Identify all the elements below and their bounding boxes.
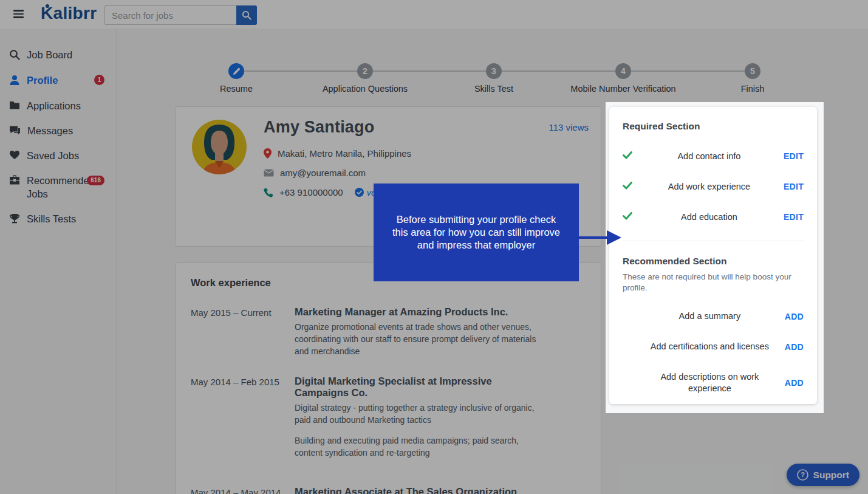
checklist-item-label: Add certifications and licenses bbox=[635, 341, 785, 352]
checklist-item-label: Add descriptions on work experience bbox=[649, 371, 770, 394]
edit-contact-info-link[interactable]: EDIT bbox=[784, 151, 804, 161]
recommended-section-title: Recommended Section bbox=[609, 241, 817, 267]
checklist-row-work-descriptions: Add descriptions on work experience ADD bbox=[609, 371, 817, 394]
coachmark-callout: Before submitting your profile check thi… bbox=[374, 184, 579, 281]
checklist-row-contact-info: Add contact info EDIT bbox=[609, 151, 817, 162]
checklist-row-education: Add education EDIT bbox=[609, 211, 817, 223]
check-icon bbox=[623, 151, 635, 162]
checklist-item-label: Add education bbox=[635, 211, 784, 223]
coachmark-text: Before submitting your profile check thi… bbox=[388, 213, 564, 252]
checklist-item-label: Add work experience bbox=[635, 181, 784, 193]
callout-arrow bbox=[579, 236, 608, 239]
required-section-title: Required Section bbox=[609, 107, 817, 132]
checklist-row-certifications: Add certifications and licenses ADD bbox=[609, 341, 817, 352]
check-icon bbox=[623, 181, 635, 192]
checklist-item-label: Add contact info bbox=[635, 151, 784, 162]
check-icon bbox=[623, 211, 635, 222]
spotlight-region: Required Section Add contact info EDIT A… bbox=[606, 102, 824, 413]
edit-education-link[interactable]: EDIT bbox=[784, 212, 804, 222]
add-summary-link[interactable]: ADD bbox=[785, 312, 804, 321]
callout-arrow-head-icon bbox=[607, 230, 621, 245]
add-certifications-link[interactable]: ADD bbox=[785, 342, 804, 352]
recommended-section-subtitle: These are not required but will help boo… bbox=[609, 267, 817, 295]
checklist-row-summary: Add a summary ADD bbox=[609, 310, 817, 322]
checklist-item-label: Add a summary bbox=[635, 310, 785, 322]
profile-checklist-card: Required Section Add contact info EDIT A… bbox=[609, 107, 817, 404]
app: Kalibrr 4 Amy bbox=[0, 0, 868, 494]
checklist-row-work-experience: Add work experience EDIT bbox=[609, 181, 817, 193]
edit-work-experience-link[interactable]: EDIT bbox=[784, 182, 804, 191]
add-work-descriptions-link[interactable]: ADD bbox=[785, 378, 804, 388]
